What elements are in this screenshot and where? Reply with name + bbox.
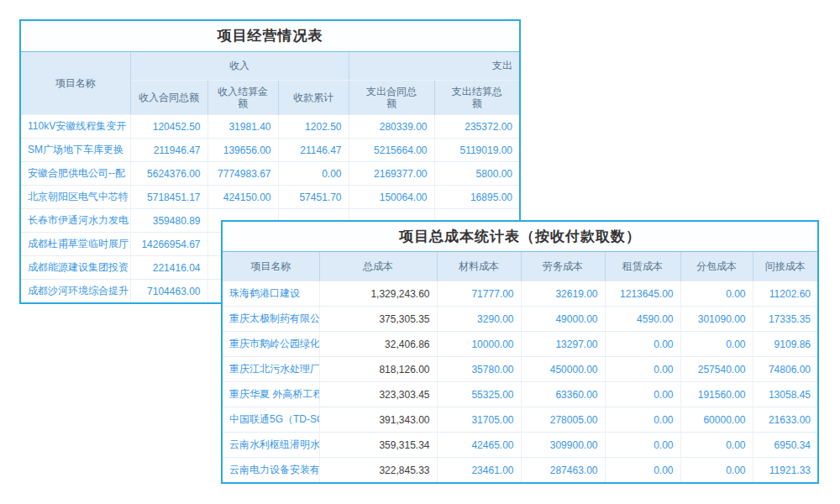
value-cell: 55325.00 <box>437 382 521 407</box>
value-cell: 14266954.67 <box>130 233 207 256</box>
column-header: 材料成本 <box>437 252 521 281</box>
value-cell: 31705.00 <box>437 407 521 433</box>
value-cell: 0.00 <box>605 407 680 433</box>
operations-table-header: 项目名称 收入 支出 收入合同总额收入结算金额收款累计支出合同总额支出结算总额 <box>21 52 519 115</box>
table-row[interactable]: 重庆华夏 外高桥工程设备323,303.4555325.0063360.000.… <box>223 382 817 407</box>
col-group-income: 收入 <box>130 52 349 81</box>
table-row[interactable]: SM广场地下车库更换211946.47139656.0021146.475215… <box>21 139 519 162</box>
value-cell: 21146.47 <box>278 139 349 162</box>
value-cell: 13297.00 <box>521 332 605 357</box>
sub-column-header: 支出结算总额 <box>434 81 519 115</box>
cost-report-title: 项目总成本统计表（按收付款取数） <box>223 222 817 252</box>
value-cell: 0.00 <box>605 382 680 407</box>
value-cell: 0.00 <box>605 458 680 483</box>
cost-table: 项目名称总成本材料成本劳务成本租赁成本分包成本间接成本 珠海鹤港口建设1,329… <box>223 252 817 482</box>
value-cell: 191560.00 <box>680 382 753 407</box>
project-name-cell: 重庆华夏 外高桥工程设备 <box>223 382 319 407</box>
table-row[interactable]: 云南水利枢纽潜明水库一359,315.3442465.00309900.000.… <box>223 433 817 458</box>
sub-column-header-label: 收款累计 <box>293 92 333 103</box>
value-cell: 235372.00 <box>434 115 519 139</box>
value-cell: 11921.33 <box>753 458 817 483</box>
column-header: 租赁成本 <box>605 252 680 281</box>
value-cell: 257540.00 <box>680 357 753 382</box>
value-cell: 322,845.33 <box>319 458 437 483</box>
value-cell: 424150.00 <box>207 186 278 209</box>
value-cell: 31981.40 <box>207 115 278 139</box>
project-name-cell: 重庆江北污水处理厂级改 <box>223 357 319 382</box>
table-row[interactable]: 重庆江北污水处理厂级改818,126.0035780.00450000.000.… <box>223 357 817 382</box>
value-cell: 301090.00 <box>680 307 753 332</box>
value-cell: 32,406.86 <box>319 332 437 357</box>
sub-column-header: 收入合同总额 <box>130 81 207 115</box>
value-cell: 391,343.00 <box>319 407 437 433</box>
value-cell: 11202.60 <box>753 281 817 307</box>
project-name-cell: 长春市伊通河水力发电 <box>21 209 130 233</box>
value-cell: 280339.00 <box>349 115 434 139</box>
project-name-cell: 重庆太极制药有限公司亳 <box>223 307 319 332</box>
column-header: 总成本 <box>319 252 437 281</box>
value-cell: 211946.47 <box>130 139 207 162</box>
project-name-cell: 云南电力设备安装有限公 <box>223 458 319 483</box>
value-cell: 21633.00 <box>753 407 817 433</box>
value-cell: 3290.00 <box>437 307 521 332</box>
value-cell: 375,305.35 <box>319 307 437 332</box>
table-row[interactable]: 珠海鹤港口建设1,329,243.6071777.0032619.0012136… <box>223 281 817 307</box>
value-cell: 139656.00 <box>207 139 278 162</box>
sub-column-header: 收款累计 <box>278 81 349 115</box>
value-cell: 5624376.00 <box>130 162 207 186</box>
value-cell: 13058.45 <box>753 382 817 407</box>
value-cell: 23461.00 <box>437 458 521 483</box>
value-cell: 32619.00 <box>521 281 605 307</box>
table-row[interactable]: 110kV安徽线程集变开120452.5031981.401202.502803… <box>21 115 519 139</box>
value-cell: 0.00 <box>605 433 680 458</box>
sub-column-header: 收入结算金额 <box>207 81 278 115</box>
project-name-cell: 重庆市鹅岭公园绿化景观 <box>223 332 319 357</box>
project-name-cell: 110kV安徽线程集变开 <box>21 115 130 139</box>
value-cell: 0.00 <box>278 162 349 186</box>
value-cell: 5718451.17 <box>130 186 207 209</box>
value-cell: 74806.00 <box>753 357 817 382</box>
value-cell: 0.00 <box>680 281 753 307</box>
value-cell: 0.00 <box>680 332 753 357</box>
table-row[interactable]: 重庆太极制药有限公司亳375,305.353290.0049000.004590… <box>223 307 817 332</box>
value-cell: 5119019.00 <box>434 139 519 162</box>
value-cell: 42465.00 <box>437 433 521 458</box>
value-cell: 9109.86 <box>753 332 817 357</box>
value-cell: 0.00 <box>605 332 680 357</box>
value-cell: 450000.00 <box>521 357 605 382</box>
col-header-project-name: 项目名称 <box>21 52 130 115</box>
cost-table-header: 项目名称总成本材料成本劳务成本租赁成本分包成本间接成本 <box>223 252 817 281</box>
cost-report-window: 项目总成本统计表（按收付款取数） 项目名称总成本材料成本劳务成本租赁成本分包成本… <box>221 220 819 484</box>
value-cell: 35780.00 <box>437 357 521 382</box>
table-row[interactable]: 北京朝阳区电气中芯特5718451.17424150.0057451.70150… <box>21 186 519 209</box>
sub-column-header: 支出合同总额 <box>349 81 434 115</box>
project-name-cell: 成都能源建设集团投资 <box>21 256 130 280</box>
value-cell: 323,303.45 <box>319 382 437 407</box>
column-header: 分包成本 <box>680 252 753 281</box>
value-cell: 6950.34 <box>753 433 817 458</box>
value-cell: 4590.00 <box>605 307 680 332</box>
operations-report-title: 项目经营情况表 <box>21 21 519 52</box>
project-name-cell: 北京朝阳区电气中芯特 <box>21 186 130 209</box>
table-row[interactable]: 安徽合肥供电公司--配5624376.007774983.670.0021693… <box>21 162 519 186</box>
table-row[interactable]: 重庆市鹅岭公园绿化景观32,406.8610000.0013297.000.00… <box>223 332 817 357</box>
sub-column-header-label: 支出合同总额 <box>365 86 418 109</box>
value-cell: 120452.50 <box>130 115 207 139</box>
value-cell: 5215664.00 <box>349 139 434 162</box>
value-cell: 359,315.34 <box>319 433 437 458</box>
column-header: 劳务成本 <box>521 252 605 281</box>
sub-column-header-label: 收入合同总额 <box>139 92 199 103</box>
project-name-cell: 云南水利枢纽潜明水库一 <box>223 433 319 458</box>
table-row[interactable]: 中国联通5G（TD-SCDMA391,343.0031705.00278005.… <box>223 407 817 433</box>
col-group-expense: 支出 <box>349 52 519 81</box>
project-name-cell: 成都杜甫草堂临时展厅 <box>21 233 130 256</box>
value-cell: 71777.00 <box>437 281 521 307</box>
value-cell: 60000.00 <box>680 407 753 433</box>
value-cell: 5800.00 <box>434 162 519 186</box>
value-cell: 0.00 <box>680 458 753 483</box>
value-cell: 57451.70 <box>278 186 349 209</box>
desktop-canvas: 项目经营情况表 项目名称 收入 支出 收入合同总额收入结算金额收款累计支出合同总… <box>0 0 840 504</box>
value-cell: 0.00 <box>680 433 753 458</box>
table-row[interactable]: 云南电力设备安装有限公322,845.3323461.00287463.000.… <box>223 458 817 483</box>
project-name-cell: 中国联通5G（TD-SCDMA <box>223 407 319 433</box>
